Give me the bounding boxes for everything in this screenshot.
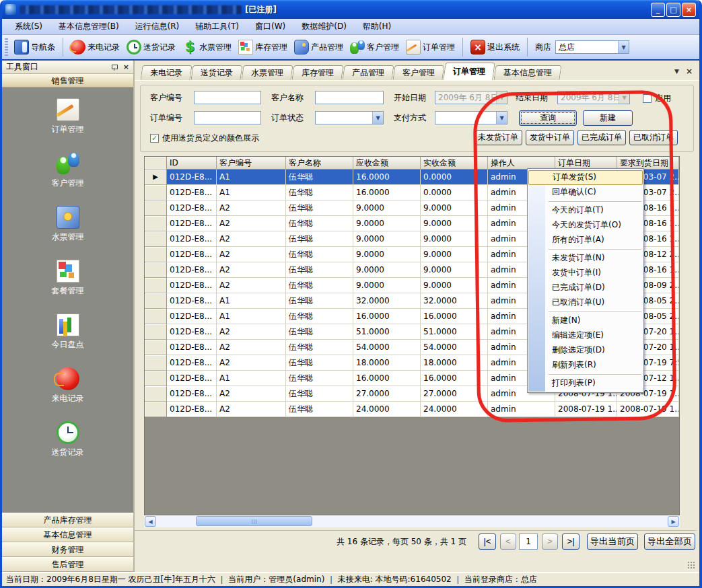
prev-page-button[interactable]: < bbox=[500, 534, 516, 550]
sidebar-item[interactable]: 订单管理 bbox=[52, 98, 84, 135]
col-header-receivable[interactable]: 应收金额 bbox=[353, 157, 421, 170]
menubar-item[interactable]: 窗口(W) bbox=[248, 19, 293, 34]
sidebar-group-bar[interactable]: 财务管理 bbox=[2, 542, 133, 557]
context-menu-item[interactable]: 已取消订单(U) bbox=[528, 295, 643, 310]
context-menu-item[interactable]: 新建(N) bbox=[528, 314, 643, 328]
row-selector-cell[interactable] bbox=[145, 355, 167, 371]
toolbar-button[interactable]: 库存管理 bbox=[236, 38, 290, 56]
context-menu-item[interactable]: 回单确认(C) bbox=[528, 185, 643, 200]
row-selector-cell[interactable] bbox=[145, 324, 167, 340]
pay-method-combo[interactable]: ▼ bbox=[435, 111, 507, 124]
row-selector-cell[interactable]: ▶ bbox=[145, 170, 167, 185]
toolbar-button[interactable]: 订单管理 bbox=[403, 38, 458, 56]
toolbar-button[interactable]: 来电记录 bbox=[68, 38, 122, 56]
scroll-right-icon[interactable]: ▶ bbox=[668, 516, 679, 527]
query-button[interactable]: 查询 bbox=[519, 110, 577, 126]
row-selector-cell[interactable] bbox=[145, 200, 167, 216]
toolbar-button[interactable]: 送货记录 bbox=[124, 38, 178, 56]
customer-id-input[interactable] bbox=[194, 91, 261, 104]
tool-window-close-icon[interactable]: × bbox=[123, 64, 129, 71]
col-header-received[interactable]: 实收金额 bbox=[421, 157, 488, 170]
end-date-picker[interactable]: 2009年 6月 8日 ▼ bbox=[557, 91, 630, 104]
chevron-down-icon[interactable]: ▼ bbox=[618, 41, 629, 53]
row-selector-cell[interactable] bbox=[145, 247, 167, 262]
sidebar-item[interactable]: 今日盘点 bbox=[52, 314, 84, 351]
context-menu-item[interactable]: 已完成订单(D) bbox=[528, 281, 643, 295]
scroll-left-icon[interactable]: ◀ bbox=[145, 516, 156, 527]
delivery-color-checkbox[interactable]: ✓ 使用送货员定义的颜色展示 bbox=[150, 133, 259, 144]
tab[interactable]: 客户管理 bbox=[392, 65, 444, 80]
chevron-down-icon[interactable]: ▼ bbox=[496, 112, 507, 124]
status-filter-button[interactable]: 已完成订单 bbox=[577, 130, 626, 145]
last-page-button[interactable]: >| bbox=[562, 534, 580, 550]
sidebar-item[interactable]: 套餐管理 bbox=[52, 260, 84, 297]
tab-list-dropdown-icon[interactable]: ▼ bbox=[674, 68, 679, 75]
col-header-customer-code[interactable]: 客户编号 bbox=[217, 157, 286, 170]
row-selector-cell[interactable] bbox=[145, 309, 167, 324]
menubar-item[interactable]: 辅助工具(T) bbox=[188, 19, 246, 34]
toolbar-exit-button[interactable]: × 退出系统 bbox=[468, 38, 522, 56]
table-row[interactable]: 012D-E8... A2 伍华聪 24.0000 24.0000 admin … bbox=[145, 402, 679, 417]
customer-name-input[interactable] bbox=[315, 91, 384, 104]
maximize-button[interactable]: □ bbox=[666, 3, 680, 17]
context-menu-item[interactable]: 所有的订单(A) bbox=[528, 233, 643, 248]
row-selector-cell[interactable] bbox=[145, 402, 167, 417]
next-page-button[interactable]: > bbox=[542, 534, 558, 550]
minimize-button[interactable]: _ bbox=[651, 3, 665, 17]
row-selector-cell[interactable] bbox=[145, 386, 167, 402]
toolbar-navbar-button[interactable]: 导航条 bbox=[11, 38, 58, 56]
row-selector-cell[interactable] bbox=[145, 340, 167, 355]
menubar-item[interactable]: 数据维护(D) bbox=[294, 19, 354, 34]
row-selector-cell[interactable] bbox=[145, 231, 167, 247]
grid-horizontal-scrollbar[interactable]: ◀ ▶ bbox=[144, 515, 680, 527]
col-header-id[interactable]: ID bbox=[167, 157, 217, 170]
enable-date-checkbox[interactable]: 启用 bbox=[643, 93, 671, 104]
new-button[interactable]: 新建 bbox=[583, 110, 633, 126]
tab[interactable]: 产品管理 bbox=[342, 65, 394, 80]
tab[interactable]: 来电记录 bbox=[140, 65, 192, 80]
menubar-item[interactable]: 帮助(H) bbox=[355, 19, 398, 34]
context-menu-item[interactable]: 今天的发货订单(O) bbox=[528, 218, 643, 233]
shop-combo[interactable]: 总店 ▼ bbox=[555, 40, 629, 54]
sidebar-item[interactable]: 送货记录 bbox=[52, 421, 84, 458]
context-menu-item[interactable]: 今天的订单(T) bbox=[528, 203, 643, 218]
sidebar-item[interactable]: 水票管理 bbox=[52, 206, 84, 243]
menubar-item[interactable]: 系统(S) bbox=[7, 19, 50, 34]
first-page-button[interactable]: |< bbox=[479, 534, 496, 550]
context-menu-item[interactable]: 发货中订单(I) bbox=[528, 266, 643, 281]
tab[interactable]: 基本信息管理 bbox=[493, 65, 561, 80]
scrollbar-track[interactable] bbox=[157, 515, 667, 527]
tab[interactable]: 库存管理 bbox=[291, 65, 343, 80]
status-filter-button[interactable]: 已取消订单 bbox=[629, 130, 678, 145]
row-selector-cell[interactable] bbox=[145, 293, 167, 309]
sidebar-item[interactable]: 客户管理 bbox=[52, 152, 84, 189]
sidebar-group-sales[interactable]: 销售管理 bbox=[2, 74, 133, 87]
sidebar-group-bar[interactable]: 基本信息管理 bbox=[2, 527, 133, 542]
context-menu-item[interactable]: 删除选定项(D) bbox=[528, 343, 643, 358]
tab[interactable]: 订单管理 bbox=[443, 63, 495, 80]
toolbar-button[interactable]: 客户管理 bbox=[347, 38, 402, 56]
tab-close-icon[interactable]: × bbox=[686, 67, 693, 76]
export-all-pages-button[interactable]: 导出全部页 bbox=[644, 534, 695, 550]
menubar-item[interactable]: 基本信息管理(B) bbox=[51, 19, 127, 34]
order-id-input[interactable] bbox=[194, 111, 261, 124]
status-filter-button[interactable]: 发货中订单 bbox=[526, 130, 574, 145]
tab[interactable]: 水票管理 bbox=[241, 65, 293, 80]
col-header-customer-name[interactable]: 客户名称 bbox=[286, 157, 353, 170]
menubar-item[interactable]: 运行信息(R) bbox=[128, 19, 187, 34]
sidebar-group-bar[interactable]: 产品库存管理 bbox=[2, 513, 133, 527]
tab[interactable]: 送货记录 bbox=[190, 65, 242, 80]
context-menu-item[interactable]: 打印列表(P) bbox=[528, 376, 643, 391]
row-selector-cell[interactable] bbox=[145, 278, 167, 293]
chevron-down-icon[interactable]: ▼ bbox=[372, 112, 383, 124]
row-selector-cell[interactable] bbox=[145, 262, 167, 278]
page-number-input[interactable] bbox=[519, 534, 538, 550]
start-date-picker[interactable]: 2009年 6月 8日 ▼ bbox=[435, 91, 507, 104]
pin-icon[interactable] bbox=[111, 64, 118, 71]
export-current-page-button[interactable]: 导出当前页 bbox=[587, 534, 638, 550]
row-selector-cell[interactable] bbox=[145, 185, 167, 200]
context-menu-item[interactable]: 刷新列表(R) bbox=[528, 358, 643, 373]
sidebar-group-bar[interactable]: 售后管理 bbox=[2, 557, 133, 572]
toolbar-button[interactable]: 产品管理 bbox=[291, 38, 346, 56]
close-button[interactable]: × bbox=[682, 3, 696, 17]
